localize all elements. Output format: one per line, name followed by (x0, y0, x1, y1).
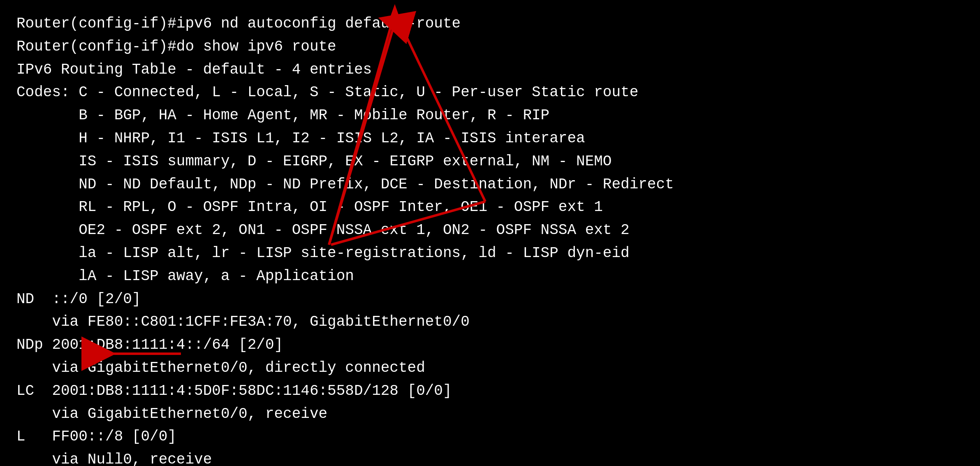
line13: ND ::/0 [2/0] (16, 288, 964, 311)
line9: RL - RPL, O - OSPF Intra, OI - OSPF Inte… (16, 196, 964, 219)
line6: H - NHRP, I1 - ISIS L1, I2 - ISIS L2, IA… (16, 127, 964, 150)
line15: NDp 2001:DB8:1111:4::/64 [2/0] (16, 334, 964, 357)
line14: via FE80::C801:1CFF:FE3A:70, GigabitEthe… (16, 311, 964, 334)
line3: IPv6 Routing Table - default - 4 entries (16, 58, 964, 81)
line11: la - LISP alt, lr - LISP site-registrati… (16, 242, 964, 265)
line10: OE2 - OSPF ext 2, ON1 - OSPF NSSA ext 1,… (16, 219, 964, 242)
line19: L FF00::/8 [0/0] (16, 425, 964, 448)
line16: via GigabitEthernet0/0, directly connect… (16, 357, 964, 380)
line2: Router(config-if)#do show ipv6 route (16, 35, 964, 58)
line8: ND - ND Default, NDp - ND Prefix, DCE - … (16, 173, 964, 196)
line5: B - BGP, HA - Home Agent, MR - Mobile Ro… (16, 104, 964, 127)
line17: LC 2001:DB8:1111:4:5D0F:58DC:1146:558D/1… (16, 380, 964, 403)
line20: via Null0, receive (16, 448, 964, 466)
terminal-window: Router(config-if)#ipv6 nd autoconfig def… (0, 0, 980, 466)
line1: Router(config-if)#ipv6 nd autoconfig def… (16, 12, 964, 35)
line12: lA - LISP away, a - Application (16, 265, 964, 288)
line4: Codes: C - Connected, L - Local, S - Sta… (16, 81, 964, 104)
line7: IS - ISIS summary, D - EIGRP, EX - EIGRP… (16, 150, 964, 173)
line18: via GigabitEthernet0/0, receive (16, 403, 964, 426)
